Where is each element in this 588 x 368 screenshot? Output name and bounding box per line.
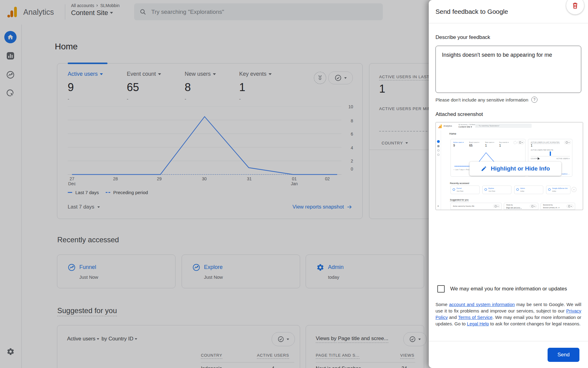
attached-screenshot-label: Attached screenshot <box>435 111 483 117</box>
feedback-textarea[interactable]: Insights doesn't seem to be appearing fo… <box>435 46 581 93</box>
mini-recent-card: Explore Just Now <box>482 186 511 194</box>
mini-suggested-card: Active users▾ by Country ID▾ <box>450 203 502 210</box>
mini-page-title: Home <box>449 132 456 135</box>
terms-of-service-link[interactable]: Terms of Service <box>458 315 492 320</box>
mini-suggested-card: Views by Page title and scre... <box>504 203 538 210</box>
mini-search-bar: ⌕ Try searching "Explorations" <box>475 124 532 128</box>
mini-check-pill <box>518 141 524 144</box>
mini-analytics-logo <box>438 125 442 128</box>
mini-breadcrumb: All accounts > SLMobbin <box>458 124 477 125</box>
mini-property: Content Site ▾ <box>458 126 472 128</box>
attached-screenshot-thumbnail[interactable]: Analytics All accounts > SLMobbin Conten… <box>435 122 583 210</box>
mini-recent-card: Google AdSense link today <box>546 186 571 194</box>
mini-sidebar: ⚙ <box>436 130 441 210</box>
mini-check-pill <box>564 141 571 144</box>
email-updates-label: We may email you for more information or… <box>450 286 567 292</box>
mini-suggested-card: Sessions▾ by Session primary ch...▾ <box>541 203 575 210</box>
send-button[interactable]: Send <box>548 348 579 362</box>
mini-cursor-icon <box>537 157 541 161</box>
mini-recent-card: Admin today <box>514 186 543 194</box>
mini-suggested-title: Suggested for you <box>450 198 469 202</box>
describe-feedback-label: Describe your feedback <box>435 34 490 40</box>
mini-recent-card: Funnel Just Now <box>450 186 480 194</box>
mini-scroll-right-icon: › <box>572 187 576 192</box>
email-updates-checkbox[interactable] <box>437 285 445 293</box>
legal-text: Some account and system information may … <box>435 301 581 327</box>
divider <box>429 23 588 23</box>
highlight-or-hide-button[interactable]: Highlight or Hide Info <box>469 162 561 176</box>
help-icon[interactable]: ? <box>531 97 537 103</box>
panel-footer-divider <box>429 341 588 341</box>
feedback-panel-title: Send feedback to Google <box>435 8 508 15</box>
account-system-info-link[interactable]: account and system information <box>449 302 515 307</box>
sensitive-info-note: Please don't include any sensitive infor… <box>435 97 537 103</box>
pencil-icon <box>481 166 487 172</box>
email-updates-row: We may email you for more information or… <box>437 285 567 293</box>
mini-medal-icon <box>514 141 517 144</box>
app-root: Analytics All accounts SLMobbin Content … <box>0 0 588 368</box>
feedback-panel: Send feedback to Google ✕ Describe your … <box>429 0 588 368</box>
highlight-button-label: Highlight or Hide Info <box>491 165 550 172</box>
trash-icon <box>571 2 579 10</box>
legal-help-link[interactable]: Legal Help <box>467 321 489 326</box>
mini-recently-title: Recently accessed <box>450 182 469 185</box>
mini-header: Analytics All accounts > SLMobbin Conten… <box>436 122 583 130</box>
mini-product-name: Analytics <box>443 125 452 127</box>
